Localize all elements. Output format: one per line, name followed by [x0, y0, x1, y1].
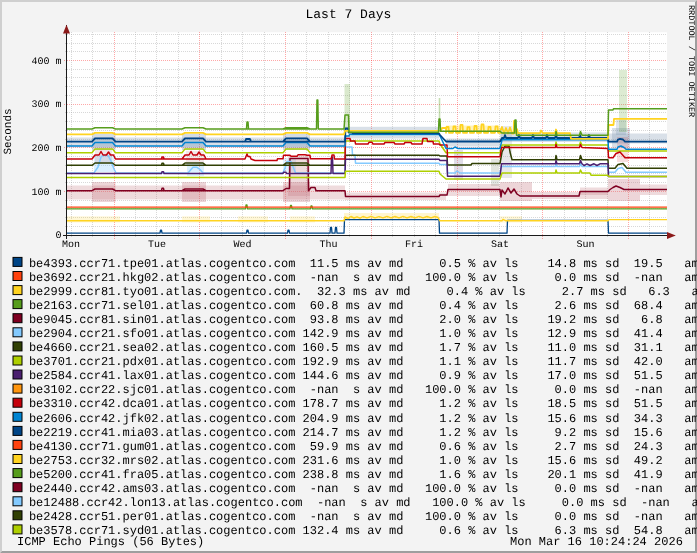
- svg-text:be2428.ccr51.per01.atlas.cogen: be2428.ccr51.per01.atlas.cogentco.com -n…: [29, 510, 697, 524]
- svg-text:be5200.ccr41.fra05.atlas.cogen: be5200.ccr41.fra05.atlas.cogentco.com 23…: [29, 468, 697, 482]
- svg-text:be4393.ccr71.tpe01.atlas.cogen: be4393.ccr71.tpe01.atlas.cogentco.com 11…: [29, 257, 697, 271]
- svg-text:Seconds: Seconds: [3, 108, 15, 154]
- svg-text:be4660.ccr21.sea02.atlas.cogen: be4660.ccr21.sea02.atlas.cogentco.com 16…: [29, 341, 697, 355]
- svg-text:100 m: 100 m: [31, 188, 61, 199]
- svg-text:400 m: 400 m: [31, 57, 61, 68]
- svg-text:200 m: 200 m: [31, 144, 61, 155]
- svg-text:be3102.ccr22.sjc01.atlas.cogen: be3102.ccr22.sjc01.atlas.cogentco.com -n…: [29, 383, 697, 397]
- svg-text:be3701.ccr21.pdx01.atlas.cogen: be3701.ccr21.pdx01.atlas.cogentco.com 19…: [29, 355, 697, 369]
- svg-text:be2753.ccr32.mrs02.atlas.cogen: be2753.ccr32.mrs02.atlas.cogentco.com 23…: [29, 454, 697, 468]
- svg-text:Tue: Tue: [148, 240, 166, 251]
- svg-text:Last 7 Days: Last 7 Days: [305, 7, 391, 22]
- svg-text:RRDTOOL / TOBI OETIKER: RRDTOOL / TOBI OETIKER: [686, 5, 696, 117]
- svg-text:be2904.ccr21.sfo01.atlas.cogen: be2904.ccr21.sfo01.atlas.cogentco.com 14…: [29, 327, 697, 341]
- svg-text:be9045.ccr81.sin01.atlas.cogen: be9045.ccr81.sin01.atlas.cogentco.com 93…: [29, 313, 697, 327]
- svg-text:Mon: Mon: [62, 240, 80, 251]
- svg-text:be3310.ccr42.dca01.atlas.cogen: be3310.ccr42.dca01.atlas.cogentco.com 17…: [29, 397, 697, 411]
- svg-text:Sat: Sat: [491, 240, 509, 251]
- svg-text:be2163.ccr71.sel01.atlas.cogen: be2163.ccr71.sel01.atlas.cogentco.com 60…: [29, 299, 697, 313]
- svg-text:be2440.ccr42.ams03.atlas.cogen: be2440.ccr42.ams03.atlas.cogentco.com -n…: [29, 482, 697, 496]
- svg-text:be2219.ccr41.mia03.atlas.cogen: be2219.ccr41.mia03.atlas.cogentco.com 21…: [29, 426, 697, 440]
- svg-text:be4130.ccr71.gum01.atlas.cogen: be4130.ccr71.gum01.atlas.cogentco.com 59…: [29, 440, 697, 454]
- svg-text:300 m: 300 m: [31, 100, 61, 111]
- svg-text:Thu: Thu: [319, 239, 337, 251]
- svg-text:Fri: Fri: [405, 239, 423, 251]
- svg-text:be2999.ccr81.tyo01.atlas.cogen: be2999.ccr81.tyo01.atlas.cogentco.com. 3…: [29, 285, 697, 299]
- svg-text:0: 0: [55, 231, 61, 242]
- svg-text:Sun: Sun: [577, 240, 595, 251]
- svg-text:Wed: Wed: [234, 239, 252, 251]
- svg-text:Mon Mar 16 10:24:24 2026: Mon Mar 16 10:24:24 2026: [510, 535, 683, 549]
- svg-text:be3692.ccr21.hkg02.atlas.cogen: be3692.ccr21.hkg02.atlas.cogentco.com -n…: [29, 271, 697, 285]
- svg-text:be12488.ccr42.lon13.atlas.coge: be12488.ccr42.lon13.atlas.cogentco.com -…: [29, 496, 697, 510]
- svg-text:be2606.ccr42.jfk02.atlas.cogen: be2606.ccr42.jfk02.atlas.cogentco.com 20…: [29, 412, 697, 426]
- svg-text:ICMP Echo Pings (56 Bytes): ICMP Echo Pings (56 Bytes): [17, 535, 204, 549]
- svg-text:be2584.ccr41.lax01.atlas.cogen: be2584.ccr41.lax01.atlas.cogentco.com 14…: [29, 369, 697, 383]
